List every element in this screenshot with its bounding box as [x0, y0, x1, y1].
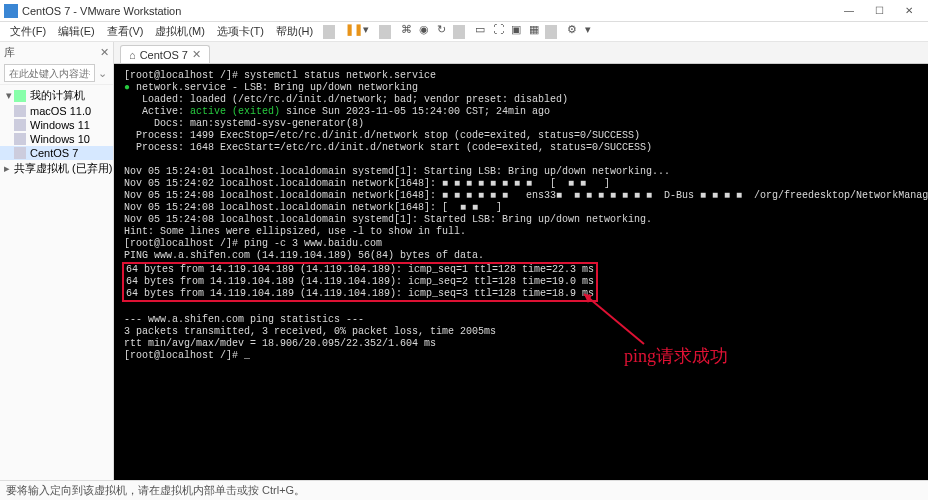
close-button[interactable]: ✕ — [894, 5, 924, 16]
tree-item-centos7[interactable]: CentOS 7 — [0, 146, 113, 160]
menu-view[interactable]: 查看(V) — [101, 24, 150, 39]
refresh-icon[interactable]: ↻ — [431, 23, 449, 41]
menu-tabs[interactable]: 选项卡(T) — [211, 24, 270, 39]
dropdown2-icon[interactable]: ▾ — [579, 23, 597, 41]
divider — [379, 25, 391, 39]
settings-icon[interactable]: ⚙ — [561, 23, 579, 41]
vm-icon — [14, 133, 26, 145]
tree-shared-label: 共享虚拟机 (已弃用) — [14, 161, 112, 176]
tree-item-label: CentOS 7 — [30, 147, 78, 159]
menu-help[interactable]: 帮助(H) — [270, 24, 319, 39]
sidebar-close-icon[interactable]: ✕ — [100, 46, 109, 59]
tree-shared[interactable]: ▸共享虚拟机 (已弃用) — [0, 160, 113, 177]
vm-icon — [14, 147, 26, 159]
tree-item-win10[interactable]: Windows 10 — [0, 132, 113, 146]
maximize-button[interactable]: ☐ — [864, 5, 894, 16]
tab-close-icon[interactable]: ✕ — [192, 48, 201, 61]
tab-label: CentOS 7 — [140, 49, 188, 61]
pause-icon[interactable]: ❚❚ — [339, 23, 357, 41]
tree-item-label: Windows 11 — [30, 119, 90, 131]
window-icon[interactable]: ▭ — [469, 23, 487, 41]
fullscreen-icon[interactable]: ⛶ — [487, 23, 505, 41]
tree-item-label: Windows 10 — [30, 133, 90, 145]
vm-icon — [14, 119, 26, 131]
tree-item-label: macOS 11.0 — [30, 105, 91, 117]
status-text: 要将输入定向到该虚拟机，请在虚拟机内部单击或按 Ctrl+G。 — [6, 483, 305, 498]
terminal[interactable]: [root@localhost /]# systemctl status net… — [114, 64, 928, 480]
dropdown-icon[interactable]: ▾ — [357, 23, 375, 41]
send-keys-icon[interactable]: ⌘ — [395, 23, 413, 41]
tree-root[interactable]: ▾我的计算机 — [0, 87, 113, 104]
tree-item-macos[interactable]: macOS 11.0 — [0, 104, 113, 118]
tree-item-win11[interactable]: Windows 11 — [0, 118, 113, 132]
divider — [545, 25, 557, 39]
minimize-button[interactable]: — — [834, 5, 864, 16]
vm-icon — [14, 105, 26, 117]
menu-vm[interactable]: 虚拟机(M) — [149, 24, 211, 39]
app-icon — [4, 4, 18, 18]
search-icon[interactable]: ⌄ — [95, 67, 109, 80]
thumbnail-icon[interactable]: ▦ — [523, 23, 541, 41]
menu-edit[interactable]: 编辑(E) — [52, 24, 101, 39]
annotation-text: ping请求成功 — [624, 344, 728, 368]
menu-file[interactable]: 文件(F) — [4, 24, 52, 39]
snapshot-icon[interactable]: ◉ — [413, 23, 431, 41]
computer-icon — [14, 90, 26, 102]
ping-result-highlight: 64 bytes from 14.119.104.189 (14.119.104… — [122, 262, 598, 302]
sidebar-header: 库 — [4, 45, 15, 60]
window-title: CentOS 7 - VMware Workstation — [22, 5, 834, 17]
home-icon[interactable]: ⌂ — [129, 49, 136, 61]
tree-root-label: 我的计算机 — [30, 88, 85, 103]
unity-icon[interactable]: ▣ — [505, 23, 523, 41]
divider — [453, 25, 465, 39]
divider — [323, 25, 335, 39]
search-input[interactable] — [4, 64, 95, 82]
terminal-output: [root@localhost /]# systemctl status net… — [114, 64, 928, 368]
tab-centos7[interactable]: ⌂ CentOS 7 ✕ — [120, 45, 210, 63]
